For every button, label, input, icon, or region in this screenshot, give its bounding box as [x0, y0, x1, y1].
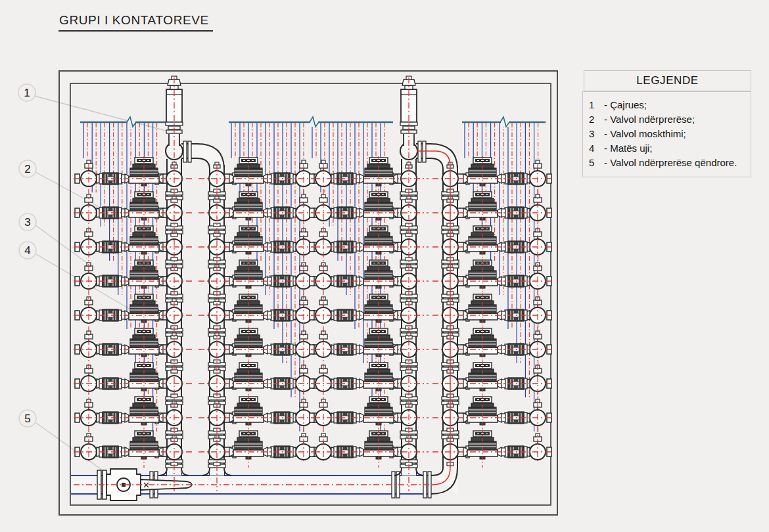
- callout-1: 1: [18, 84, 35, 101]
- callout-2: 2: [19, 160, 36, 177]
- piping-diagram: 12345: [0, 0, 769, 532]
- callout-number: 3: [24, 216, 30, 229]
- callout-number: 4: [24, 244, 30, 257]
- meter-assembly: [442, 158, 551, 192]
- callout-4: 4: [19, 242, 36, 259]
- air-valve-group-2: 12345: [18, 76, 551, 491]
- meter-assembly: [209, 158, 317, 192]
- air-valve-group-1: 12345: [18, 76, 551, 491]
- meter-assembly: [75, 158, 182, 192]
- callout-number: 5: [24, 412, 30, 425]
- drawing-page: GRUPI I KONTATOREVE LEGJENDE 1- Çajrues;…: [0, 0, 769, 532]
- callout-5: 5: [19, 410, 36, 427]
- callout-number: 2: [24, 163, 30, 175]
- callout-number: 1: [24, 87, 30, 99]
- callout-3: 3: [19, 213, 36, 231]
